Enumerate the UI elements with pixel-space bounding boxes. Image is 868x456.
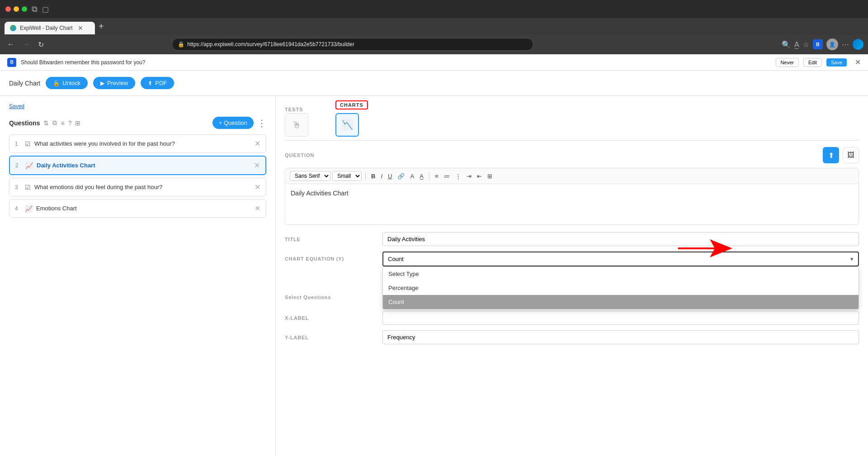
dropdown-option-select-type[interactable]: Select Type bbox=[383, 267, 859, 281]
help-icon[interactable]: ? bbox=[68, 119, 72, 127]
align-left-btn[interactable]: ≡ bbox=[433, 171, 440, 181]
q1-label: What activities were you involved in for… bbox=[34, 140, 251, 147]
bitwarden-password-bar: B Should Bitwarden remember this passwor… bbox=[0, 54, 868, 71]
url-text: https://app.expiwell.com/survey/6718ee61… bbox=[187, 41, 354, 48]
edit-btn[interactable]: Edit bbox=[803, 58, 822, 67]
svg-marker-0 bbox=[678, 239, 732, 257]
refresh-btn[interactable]: ↻ bbox=[35, 38, 47, 51]
toolbar-sep-1 bbox=[365, 172, 366, 180]
outdent-btn[interactable]: ⇤ bbox=[475, 171, 484, 181]
toolbar-sep-2 bbox=[429, 172, 429, 180]
chart-item-selected[interactable]: 📉 bbox=[335, 113, 359, 137]
questions-title: Questions bbox=[9, 119, 40, 127]
unlock-btn[interactable]: 🔓 Unlock bbox=[46, 77, 88, 89]
font-size-select[interactable]: Small bbox=[332, 171, 362, 181]
bookmark-icon[interactable]: ☆ bbox=[803, 40, 809, 49]
more-options-btn[interactable]: ⊞ bbox=[486, 171, 494, 181]
q2-type-icon: 📈 bbox=[25, 162, 33, 169]
never-btn[interactable]: Never bbox=[776, 58, 799, 67]
arrow-annotation bbox=[678, 239, 859, 257]
indent-btn[interactable]: ⇥ bbox=[465, 171, 473, 181]
q1-type-icon: ☑ bbox=[25, 140, 31, 147]
list-icon[interactable]: ≡ bbox=[61, 119, 64, 127]
image-icon: 🖼 bbox=[847, 151, 854, 159]
active-tab[interactable]: ExpiWell - Daily Chart ✕ bbox=[5, 22, 95, 34]
charts-section-label: CHARTS bbox=[335, 100, 368, 109]
italic-btn[interactable]: I bbox=[379, 171, 384, 181]
translate-icon[interactable]: A̲ bbox=[794, 40, 799, 49]
tab-history-btn[interactable]: ⧉ bbox=[32, 5, 38, 14]
dropdown-option-count[interactable]: Count bbox=[383, 295, 859, 309]
app-topbar: Daily Chart 🔓 Unlock ▶ Preview ⬆ PDF bbox=[0, 71, 868, 96]
question-item-2[interactable]: 2 📈 Daily Activities Chart ✕ bbox=[9, 156, 266, 175]
forward-btn[interactable]: → bbox=[20, 38, 33, 50]
image-btn[interactable]: 🖼 bbox=[843, 147, 859, 163]
bold-btn[interactable]: B bbox=[369, 171, 377, 181]
select-questions-label: Select Questions bbox=[285, 294, 375, 300]
question-item-1[interactable]: 1 ☑ What activities were you involved in… bbox=[9, 134, 266, 153]
tab-title: ExpiWell - Daily Chart bbox=[20, 25, 72, 31]
font-color-btn[interactable]: A bbox=[408, 171, 416, 181]
preview-btn[interactable]: ▶ Preview bbox=[93, 77, 135, 89]
left-panel: Saved Questions ⇅ ⧉ ≡ ? ⊞ + Question ⋮ 1… bbox=[0, 96, 276, 456]
q3-label: What emotions did you feel during the pa… bbox=[34, 184, 251, 190]
q2-label: Daily Activities Chart bbox=[37, 162, 250, 169]
question-item-4[interactable]: 4 📈 Emotions Chart ✕ bbox=[9, 199, 266, 218]
password-bar-close-btn[interactable]: ✕ bbox=[855, 58, 861, 66]
q2-num: 2 bbox=[15, 162, 22, 169]
y-label-field-label: Y-LABEL bbox=[285, 335, 375, 340]
q4-type-icon: 📈 bbox=[25, 205, 33, 212]
save-btn[interactable]: Save bbox=[826, 58, 847, 66]
profile-icon[interactable]: 👤 bbox=[826, 38, 838, 50]
editor-content[interactable]: Daily Activities Chart bbox=[285, 184, 859, 225]
underline-btn[interactable]: U bbox=[386, 171, 394, 181]
y-label-input[interactable] bbox=[382, 330, 859, 344]
new-tab-btn[interactable]: + bbox=[99, 21, 104, 32]
q4-num: 4 bbox=[15, 205, 21, 212]
close-window-btn[interactable] bbox=[5, 6, 11, 12]
maximize-window-btn[interactable] bbox=[22, 6, 27, 12]
reorder-icon[interactable]: ⇅ bbox=[43, 119, 49, 127]
q3-num: 3 bbox=[15, 184, 21, 190]
numbered-list-btn[interactable]: ⋮ bbox=[453, 171, 463, 181]
pdf-btn[interactable]: ⬆ PDF bbox=[141, 77, 174, 89]
test-item-1[interactable]: 🖱 bbox=[285, 113, 308, 137]
right-panel: TESTS 🖱 CHARTS 📉 bbox=[276, 96, 868, 456]
question-list: 1 ☑ What activities were you involved in… bbox=[9, 134, 266, 218]
tests-section-label: TESTS bbox=[285, 107, 308, 112]
questions-menu-btn[interactable]: ⋮ bbox=[257, 118, 266, 128]
address-bar[interactable]: 🔒 https://app.expiwell.com/survey/6718ee… bbox=[172, 38, 533, 51]
q3-remove-btn[interactable]: ✕ bbox=[255, 183, 260, 191]
q2-remove-btn[interactable]: ✕ bbox=[254, 161, 260, 170]
back-btn[interactable]: ← bbox=[5, 38, 17, 50]
copy-icon[interactable]: ⧉ bbox=[52, 119, 57, 127]
bitwarden-ext-icon[interactable]: B bbox=[813, 39, 823, 49]
q4-label: Emotions Chart bbox=[36, 205, 251, 212]
pdf-icon: ⬆ bbox=[148, 80, 152, 86]
x-label-input[interactable] bbox=[382, 311, 859, 325]
new-window-btn[interactable]: ▢ bbox=[42, 5, 49, 14]
bitwarden-logo: B bbox=[7, 58, 16, 67]
dropdown-option-percentage[interactable]: Percentage bbox=[383, 281, 859, 295]
tab-close-btn[interactable]: ✕ bbox=[78, 24, 83, 32]
title-field-label: TITLE bbox=[285, 232, 375, 242]
test-type-icon: 🖱 bbox=[292, 120, 301, 130]
question-item-3[interactable]: 3 ☑ What emotions did you feel during th… bbox=[9, 178, 266, 196]
chart-eq-dropdown: Select Type Percentage Count bbox=[382, 266, 859, 309]
upload-btn[interactable]: ⬆ bbox=[823, 147, 839, 163]
q1-remove-btn[interactable]: ✕ bbox=[255, 139, 260, 148]
q4-remove-btn[interactable]: ✕ bbox=[255, 204, 260, 213]
unlock-icon: 🔓 bbox=[53, 80, 60, 86]
tab-favicon bbox=[10, 25, 16, 31]
chart-eq-label: CHART EQUATION (Y) bbox=[285, 252, 375, 261]
font-family-select[interactable]: Sans Serif bbox=[290, 171, 330, 181]
link-btn[interactable]: 🔗 bbox=[396, 171, 406, 181]
add-question-btn[interactable]: + Question bbox=[212, 117, 254, 129]
search-icon[interactable]: 🔍 bbox=[782, 40, 791, 49]
saved-link[interactable]: Saved bbox=[9, 103, 266, 109]
bullet-list-btn[interactable]: ≔ bbox=[442, 171, 452, 181]
highlight-btn[interactable]: A̲ bbox=[418, 171, 425, 181]
minimize-window-btn[interactable] bbox=[14, 6, 19, 12]
extensions-icon[interactable]: ⋯ bbox=[842, 40, 849, 49]
grid-icon[interactable]: ⊞ bbox=[75, 119, 80, 127]
